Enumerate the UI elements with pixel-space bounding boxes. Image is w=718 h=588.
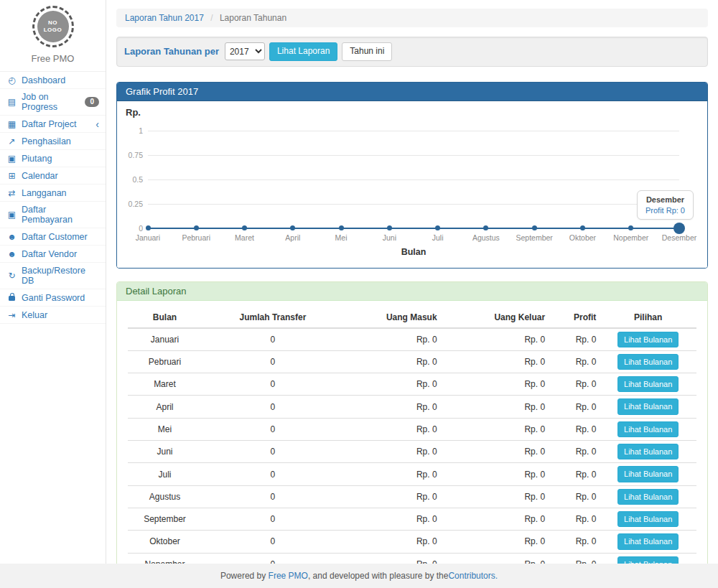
lihat-bulanan-button[interactable]: Lihat Bulanan — [617, 511, 679, 527]
year-select[interactable]: 2017 — [225, 42, 265, 60]
sidebar-item-langganan[interactable]: ⇄Langganan — [0, 185, 106, 202]
cell-profit: Rp. 0 — [549, 373, 600, 396]
sidebar-item-piutang[interactable]: ▣Piutang — [0, 150, 106, 167]
cell-uang_masuk: Rp. 0 — [344, 418, 441, 440]
data-point-april[interactable] — [290, 225, 295, 230]
cell-uang_masuk: Rp. 0 — [344, 328, 441, 351]
detail-panel-title: Detail Laporan — [117, 282, 707, 301]
table-row: Pebruari0Rp. 0Rp. 0Rp. 0Lihat Bulanan — [128, 350, 696, 373]
lihat-bulanan-button[interactable]: Lihat Bulanan — [617, 466, 679, 482]
sidebar-item-keluar[interactable]: ⇥Keluar — [0, 307, 106, 324]
sidebar-item-daftar-pembayaran[interactable]: ▣Daftar Pembayaran — [0, 202, 106, 228]
lihat-bulanan-button[interactable]: Lihat Bulanan — [617, 533, 679, 549]
profit-line — [486, 228, 534, 229]
sidebar-item-ganti-password[interactable]: Ganti Password — [0, 289, 106, 307]
lihat-bulanan-button[interactable]: Lihat Bulanan — [617, 332, 679, 347]
x-axis-label: Bulan — [148, 247, 679, 257]
main-content: Laporan Tahun 2017 / Laporan Tahunan Lap… — [106, 0, 718, 564]
chart-panel: Grafik Profit 2017 Desember Profit Rp: 0… — [116, 82, 708, 269]
cell-uang_masuk: Rp. 0 — [344, 508, 441, 530]
lihat-bulanan-button[interactable]: Lihat Bulanan — [617, 421, 679, 437]
data-point-maret[interactable] — [242, 225, 247, 230]
sidebar-item-penghasilan[interactable]: ↗Penghasilan — [0, 133, 106, 150]
money-icon: ▣ — [6, 210, 17, 220]
lihat-bulanan-button[interactable]: Lihat Bulanan — [617, 354, 679, 370]
cell-uang_keluar: Rp. 0 — [441, 373, 549, 396]
free-pmo-link[interactable]: Free PMO — [269, 571, 308, 581]
table-row: Oktober0Rp. 0Rp. 0Rp. 0Lihat Bulanan — [128, 531, 696, 553]
column-header-profit: Profit — [549, 307, 600, 328]
sidebar-item-label: Dashboard — [22, 75, 65, 85]
data-point-pebruari[interactable] — [194, 225, 199, 230]
cell-uang_masuk: Rp. 0 — [344, 373, 441, 396]
breadcrumb-link-laporan-tahun[interactable]: Laporan Tahun 2017 — [125, 13, 204, 23]
sidebar-item-dashboard[interactable]: ◴Dashboard — [0, 72, 106, 89]
cell-uang_keluar: Rp. 0 — [441, 396, 549, 418]
cell-bulan: September — [128, 508, 202, 530]
tahun-ini-button[interactable]: Tahun ini — [342, 42, 392, 61]
cell-profit: Rp. 0 — [549, 463, 600, 485]
dashboard-icon: ◴ — [6, 75, 17, 85]
cell-bulan: April — [128, 396, 202, 418]
cell-uang_keluar: Rp. 0 — [441, 463, 549, 485]
cell-pilihan: Lihat Bulanan — [600, 328, 696, 351]
y-tick-label: 0.5 — [118, 175, 143, 184]
profit-line — [293, 228, 341, 229]
data-point-mei[interactable] — [339, 225, 344, 230]
sidebar-item-daftar-customer[interactable]: ☻Daftar Customer — [0, 228, 106, 246]
chevron-left-icon: ‹ — [95, 119, 99, 129]
logo-box: NO LOGO Free PMO — [0, 0, 106, 71]
cell-bulan: Pebruari — [128, 350, 202, 373]
cell-bulan: Oktober — [128, 531, 202, 553]
data-point-januari[interactable] — [146, 225, 151, 230]
y-tick-label: 1 — [118, 126, 143, 135]
money-icon: ▣ — [6, 154, 17, 164]
cell-jumlah_transfer: 0 — [202, 328, 344, 351]
contributors-link[interactable]: Contributors. — [448, 571, 498, 581]
cell-pilihan: Lihat Bulanan — [600, 441, 696, 463]
column-header-pilihan: Pilihan — [600, 307, 696, 328]
sidebar-item-daftar-vendor[interactable]: ☻Daftar Vendor — [0, 246, 106, 263]
cell-pilihan: Lihat Bulanan — [600, 396, 696, 418]
data-point-nopember[interactable] — [628, 225, 633, 230]
data-point-juni[interactable] — [387, 225, 392, 230]
column-header-uang-masuk: Uang Masuk — [344, 307, 441, 328]
cell-profit: Rp. 0 — [549, 531, 600, 553]
table-row: April0Rp. 0Rp. 0Rp. 0Lihat Bulanan — [128, 396, 696, 418]
sidebar-item-label: Daftar Project — [22, 119, 76, 129]
cell-pilihan: Lihat Bulanan — [600, 508, 696, 530]
lihat-bulanan-button[interactable]: Lihat Bulanan — [617, 444, 679, 459]
sidebar-item-label: Calendar — [22, 171, 58, 181]
y-tick-label: 0.25 — [118, 200, 143, 208]
data-point-oktober[interactable] — [580, 225, 585, 230]
data-point-september[interactable] — [532, 225, 537, 230]
table-icon: ▦ — [6, 119, 17, 129]
data-point-desember[interactable] — [673, 223, 685, 234]
sidebar-item-calendar[interactable]: ⊞Calendar — [0, 167, 106, 185]
sidebar-item-job-on-progress[interactable]: ▤Job on Progress0 — [0, 89, 106, 116]
cell-uang_keluar: Rp. 0 — [441, 328, 549, 351]
table-row: Maret0Rp. 0Rp. 0Rp. 0Lihat Bulanan — [128, 373, 696, 396]
sidebar-item-label: Job on Progress — [22, 92, 80, 112]
data-point-juli[interactable] — [435, 225, 440, 230]
laporan-table-head: BulanJumlah TransferUang MasukUang Kelua… — [128, 307, 696, 328]
sidebar-item-backup-restore-db[interactable]: ↻Backup/Restore DB — [0, 263, 106, 289]
detail-panel-body: BulanJumlah TransferUang MasukUang Kelua… — [117, 301, 707, 588]
cell-uang_masuk: Rp. 0 — [344, 485, 441, 508]
lihat-bulanan-button[interactable]: Lihat Bulanan — [617, 376, 679, 392]
lihat-laporan-button[interactable]: Lihat Laporan — [269, 42, 337, 61]
lihat-bulanan-button[interactable]: Lihat Bulanan — [617, 398, 679, 414]
app-logo: NO LOGO — [32, 6, 74, 47]
cell-profit: Rp. 0 — [549, 508, 600, 530]
sidebar-item-daftar-project[interactable]: ▦Daftar Project‹ — [0, 116, 106, 133]
lihat-bulanan-button[interactable]: Lihat Bulanan — [617, 489, 679, 505]
sidebar-menu: ◴Dashboard▤Job on Progress0▦Daftar Proje… — [0, 71, 106, 324]
data-point-agustus[interactable] — [483, 225, 488, 230]
cell-jumlah_transfer: 0 — [202, 485, 344, 508]
profit-line — [631, 228, 679, 229]
tooltip-month: Desember — [645, 195, 685, 204]
refresh-icon: ↻ — [6, 271, 17, 281]
profit-line — [534, 228, 582, 229]
laporan-table: BulanJumlah TransferUang MasukUang Kelua… — [128, 307, 696, 588]
cell-uang_masuk: Rp. 0 — [344, 350, 441, 373]
